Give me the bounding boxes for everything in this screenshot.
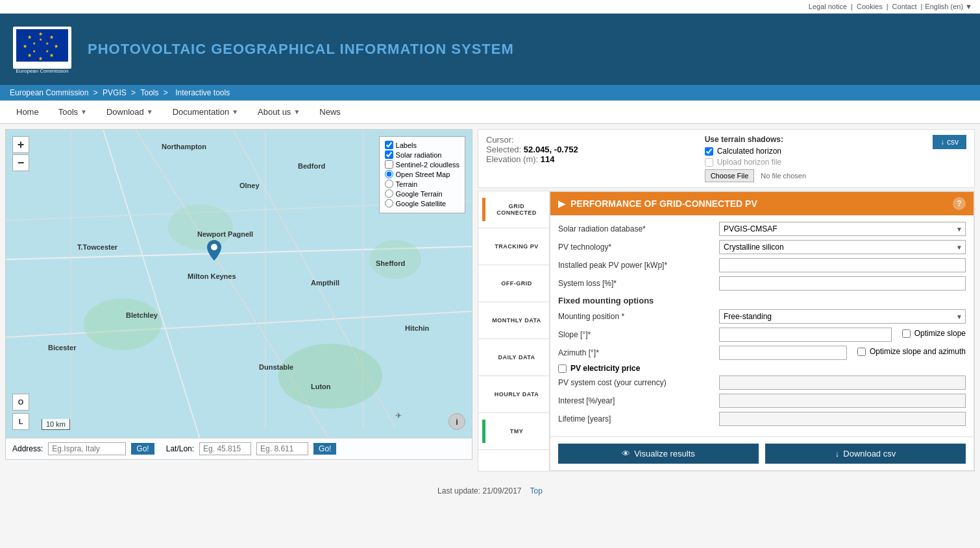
contact-link[interactable]: Contact (892, 3, 917, 10)
language-selector[interactable]: English (en) ▼ (925, 3, 972, 10)
nav-tools-arrow: ▼ (80, 108, 87, 115)
panel-body: Solar radiation database* PVGIS-CMSAF PV… (550, 215, 974, 436)
top-link[interactable]: Top (530, 486, 543, 495)
azimuth-input[interactable]: 0 (719, 346, 847, 360)
mounting-select[interactable]: Free-standing Building integrated (719, 309, 966, 324)
map-container[interactable]: ✈ Northampton Bedford Milton Keynes Luto… (5, 129, 472, 460)
svg-text:✈: ✈ (395, 411, 402, 420)
system-loss-input[interactable]: 14 (719, 276, 966, 291)
legend-btn[interactable]: L (12, 413, 29, 430)
system-cost-input[interactable] (719, 375, 966, 390)
lon-input[interactable] (256, 442, 308, 455)
zoom-out-btn[interactable]: − (12, 154, 29, 171)
optimize-slope-row: Optimize slope (902, 329, 966, 338)
layer-osm[interactable]: Open Street Map (385, 170, 459, 178)
solar-db-row: Solar radiation database* PVGIS-CMSAF PV… (558, 222, 966, 236)
legal-notice-link[interactable]: Legal notice (809, 3, 847, 10)
main-content: ✈ Northampton Bedford Milton Keynes Luto… (0, 124, 980, 477)
svg-text:★: ★ (54, 43, 58, 49)
csv-download-btn[interactable]: ↓ csv (933, 135, 966, 149)
selected-label: Selected: (486, 145, 521, 154)
address-input[interactable] (48, 442, 126, 455)
map-controls: + − (12, 136, 29, 171)
pv-electricity-checkbox[interactable] (558, 364, 567, 373)
nav-bar: Home Tools ▼ Download ▼ Documentation ▼ … (0, 101, 980, 124)
map-info-btn[interactable]: i (448, 413, 465, 430)
download-csv-btn[interactable]: ↓ Download csv (765, 444, 966, 464)
zoom-in-btn[interactable]: + (12, 136, 29, 153)
pv-electricity-label: PV electricity price (570, 364, 640, 373)
nav-about[interactable]: About us ▼ (248, 101, 310, 123)
svg-point-29 (168, 204, 233, 250)
system-loss-control: 14 (719, 276, 966, 291)
site-title: PHOTOVOLTAIC GEOGRAPHICAL INFORMATION SY… (88, 41, 514, 58)
layer-google-satellite[interactable]: Google Satellite (385, 199, 459, 208)
mounting-label: Mounting position * (558, 312, 714, 321)
breadcrumb-tools[interactable]: Tools (140, 88, 158, 97)
eu-logo: ★ ★ ★ ★ ★ ★ ★ ★ ★ ★ ★ ★ ★ (10, 25, 75, 74)
tab-hourly-data[interactable]: HOURLY DATA (478, 376, 549, 413)
optimize-slope-label: Optimize slope (914, 329, 966, 338)
solar-db-select[interactable]: PVGIS-CMSAF PVGIS-ERA5 PVGIS-SARAH (719, 222, 966, 236)
peak-power-row: Installed peak PV power [kWp]* 4 (558, 258, 966, 272)
address-go-btn[interactable]: Go! (131, 443, 154, 455)
lifetime-control (719, 412, 966, 426)
mounting-row: Mounting position * Free-standing Buildi… (558, 309, 966, 324)
lat-input[interactable] (199, 442, 251, 455)
lifetime-input[interactable] (719, 412, 966, 426)
system-cost-control (719, 375, 966, 390)
optimize-slope-checkbox[interactable] (902, 329, 911, 338)
breadcrumb-ec[interactable]: European Commission (10, 88, 88, 97)
interest-label: Interest [%/year] (558, 396, 714, 405)
solar-db-control: PVGIS-CMSAF PVGIS-ERA5 PVGIS-SARAH ▼ (719, 222, 966, 236)
nav-download[interactable]: Download ▼ (97, 101, 163, 123)
nav-documentation[interactable]: Documentation ▼ (163, 101, 248, 123)
tab-tmy[interactable]: TMY (478, 413, 549, 450)
layer-sentinel[interactable]: Sentinel-2 cloudless (385, 160, 459, 169)
svg-text:★: ★ (27, 53, 32, 58)
cookies-link[interactable]: Cookies (857, 3, 883, 10)
interest-row: Interest [%/year] (558, 394, 966, 408)
pv-tech-select[interactable]: Crystalline silicon CIS CdTe Unknown (719, 240, 966, 254)
tab-tracking-pv[interactable]: TRACKING PV (478, 228, 549, 265)
calculated-horizon-label: Calculated horizon (717, 147, 781, 156)
terrain-options: Use terrain shadows: Calculated horizon … (705, 135, 806, 182)
tab-monthly-data[interactable]: MONTHLY DATA (478, 302, 549, 339)
tab-daily-data[interactable]: DAILY DATA (478, 339, 549, 376)
tab-grid-connected[interactable]: GRID CONNECTED (478, 191, 549, 228)
slope-control: 35 (719, 328, 892, 342)
peak-power-input[interactable]: 4 (719, 258, 966, 272)
breadcrumb-pvgis[interactable]: PVGIS (103, 88, 127, 97)
layer-terrain[interactable]: Terrain (385, 180, 459, 188)
selected-value: 52.045, -0.752 (524, 145, 578, 154)
svg-text:★: ★ (49, 53, 54, 58)
visualize-btn[interactable]: 👁 Visualize results (558, 444, 759, 464)
optimize-both-label: Optimize slope and azimuth (870, 347, 966, 356)
upload-horizon-checkbox[interactable] (705, 158, 713, 167)
slope-input[interactable]: 35 (719, 328, 892, 342)
nav-tools[interactable]: Tools ▼ (49, 101, 97, 123)
interest-input[interactable] (719, 394, 966, 408)
tab-off-grid[interactable]: OFF-GRID (478, 265, 549, 302)
elevation-value: 114 (541, 154, 555, 164)
system-loss-label: System loss [%]* (558, 279, 714, 288)
latlon-go-btn[interactable]: Go! (313, 443, 336, 455)
cursor-label: Cursor: (486, 135, 514, 145)
choose-file-btn[interactable]: Choose File (705, 169, 755, 182)
nav-news[interactable]: News (310, 101, 350, 123)
last-update: Last update: 21/09/2017 (437, 486, 521, 495)
help-icon[interactable]: ? (953, 197, 966, 210)
layer-google-terrain[interactable]: Google Terrain (385, 189, 459, 198)
map-marker[interactable] (207, 240, 221, 263)
system-cost-label: PV system cost (your currency) (558, 378, 714, 387)
nav-home[interactable]: Home (6, 101, 49, 123)
optimize-both-checkbox[interactable] (857, 348, 866, 356)
layer-solar[interactable]: Solar radiation (385, 150, 459, 159)
calculated-horizon-checkbox[interactable] (705, 147, 713, 156)
logo-area: ★ ★ ★ ★ ★ ★ ★ ★ ★ ★ ★ ★ ★ (10, 25, 75, 74)
svg-text:★: ★ (32, 49, 36, 53)
upload-label: Upload horizon file (717, 158, 781, 167)
overview-btn[interactable]: O (12, 394, 29, 411)
visualize-icon: 👁 (622, 449, 630, 459)
layer-labels[interactable]: Labels (385, 141, 459, 149)
